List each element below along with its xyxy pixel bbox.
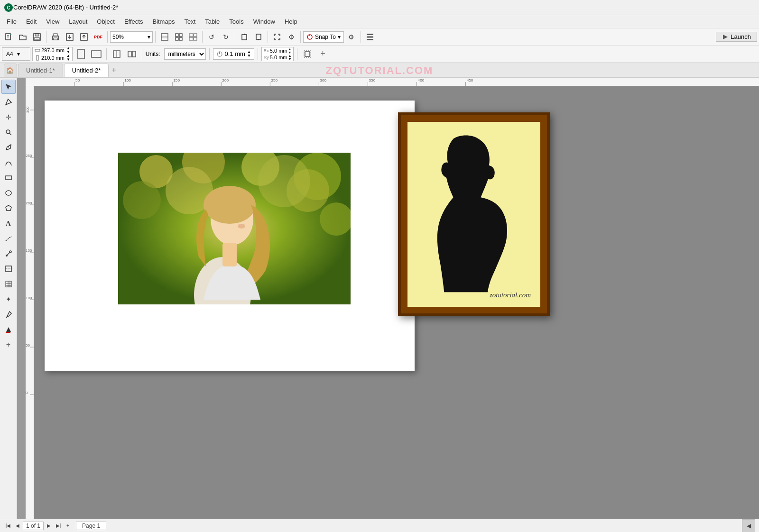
photo-image[interactable] <box>118 153 351 304</box>
crop-tool[interactable] <box>1 262 16 276</box>
view-mode-btn2[interactable] <box>172 30 185 44</box>
menu-tools[interactable]: Tools <box>224 17 248 26</box>
redo-btn[interactable]: ↻ <box>219 30 232 44</box>
print-button[interactable] <box>49 30 62 44</box>
svg-rect-32 <box>367 34 373 35</box>
svg-rect-113 <box>222 243 237 266</box>
polygon-tool[interactable] <box>1 201 16 215</box>
export-button[interactable] <box>77 30 91 44</box>
add-page-btn[interactable]: + <box>316 47 329 61</box>
menu-file[interactable]: File <box>2 17 21 26</box>
zoom-selector[interactable]: 50% ▾ <box>110 31 153 43</box>
view-mode-btn3[interactable] <box>186 30 200 44</box>
smart-fill-tool[interactable]: ✦ <box>1 292 16 306</box>
undo-btn[interactable]: ↺ <box>205 30 218 44</box>
menu-text[interactable]: Text <box>179 17 200 26</box>
transform-tool[interactable]: ✛ <box>1 110 16 124</box>
align-bottom-btn[interactable] <box>252 30 265 44</box>
launch-button[interactable]: Launch <box>716 32 757 42</box>
connector-tool[interactable] <box>1 247 16 261</box>
menu-view[interactable]: View <box>41 17 64 26</box>
page-indicator: 1 of 1 <box>23 522 44 530</box>
page-layout-btn1[interactable] <box>110 47 123 61</box>
menu-window[interactable]: Window <box>249 17 280 26</box>
rect-tool[interactable] <box>1 171 16 185</box>
canvas-area[interactable]: 300 250 200 150 100 50 0 <box>26 86 759 519</box>
canvas-wrapper: 50 100 150 200 250 300 350 400 450 <box>17 78 759 519</box>
svg-point-114 <box>238 224 245 229</box>
line-tool[interactable] <box>1 231 16 246</box>
new-button[interactable] <box>2 30 15 44</box>
tab-untitled1[interactable]: Untitled-1* <box>18 64 63 77</box>
tab-add[interactable]: + <box>110 64 121 77</box>
units-selector[interactable]: millimeters <box>164 48 206 60</box>
nudge-spinners[interactable]: ▲ ▼ <box>247 50 251 58</box>
page-tab[interactable]: Page 1 <box>76 522 106 530</box>
page-layout-btn2[interactable] <box>125 47 139 61</box>
svg-rect-29 <box>256 34 261 39</box>
curve-tool[interactable] <box>1 156 16 170</box>
svg-point-105 <box>123 181 161 219</box>
align-top-btn[interactable] <box>238 30 251 44</box>
menu-layout[interactable]: Layout <box>64 17 92 26</box>
import-button[interactable] <box>63 30 76 44</box>
page-size-selector[interactable]: A4 ▾ <box>2 47 30 61</box>
height-spinners[interactable]: ▲ ▼ <box>66 54 70 62</box>
nav-prev-btn[interactable]: ◀ <box>13 522 22 530</box>
shape-tool[interactable] <box>1 95 16 109</box>
view-mode-btn1[interactable] <box>158 30 171 44</box>
fullscreen-btn[interactable] <box>270 30 284 44</box>
origin-y-spinners[interactable]: ▲ ▼ <box>288 54 291 61</box>
menu-edit[interactable]: Edit <box>21 17 41 26</box>
save-button[interactable] <box>30 30 44 44</box>
zoom-tool[interactable] <box>1 125 16 139</box>
page-tab-label: Page 1 <box>82 523 100 529</box>
mesh-fill-tool[interactable] <box>1 277 16 291</box>
menu-help[interactable]: Help <box>280 17 302 26</box>
svg-marker-53 <box>6 205 11 211</box>
toolbar-options-btn[interactable] <box>363 30 377 44</box>
zoom-dropdown-icon[interactable]: ▾ <box>148 34 150 40</box>
svg-rect-37 <box>37 55 38 60</box>
svg-text:200: 200 <box>222 78 229 83</box>
open-button[interactable] <box>16 30 29 44</box>
width-spinners[interactable]: ▲ ▼ <box>66 46 70 54</box>
svg-text:150: 150 <box>173 78 180 83</box>
landscape-btn[interactable] <box>90 47 103 61</box>
eyedropper-tool[interactable] <box>1 307 16 321</box>
svg-point-109 <box>258 155 310 207</box>
origin-x-spinners[interactable]: ▲ ▼ <box>288 47 291 54</box>
menu-table[interactable]: Table <box>200 17 224 26</box>
scroll-right-btn[interactable]: ◀ <box>742 519 755 532</box>
nav-last-btn[interactable]: ▶| <box>54 522 63 530</box>
more-tools-btn[interactable]: + <box>1 338 16 352</box>
svg-text:100: 100 <box>26 296 32 300</box>
options-btn[interactable]: ⚙ <box>285 30 298 44</box>
framed-artwork[interactable]: zotutorial.com <box>398 112 550 316</box>
nav-next-btn[interactable]: ▶ <box>45 522 53 530</box>
page-width: 297.0 mm <box>41 47 65 53</box>
left-toolbox: ✛ A ✦ <box>0 78 17 519</box>
svg-line-49 <box>9 133 11 135</box>
menu-effects[interactable]: Effects <box>120 17 148 26</box>
menu-bitmaps[interactable]: Bitmaps <box>148 17 179 26</box>
width-row: 297.0 mm ▲ ▼ <box>35 46 70 54</box>
nav-first-btn[interactable]: |◀ <box>4 522 12 530</box>
pen-tool[interactable] <box>1 140 16 155</box>
pdf-button[interactable]: PDF <box>92 30 105 44</box>
transform-btn[interactable] <box>301 47 314 61</box>
svg-text:250: 250 <box>271 78 278 83</box>
snap-to-selector[interactable]: Snap To ▾ <box>303 31 344 43</box>
select-tool[interactable] <box>1 80 16 94</box>
tab-home[interactable]: 🏠 <box>4 64 17 77</box>
title-text: CorelDRAW 2020 (64-Bit) - Untitled-2* <box>13 4 118 11</box>
nav-add-page-btn[interactable]: + <box>64 522 72 530</box>
portrait-btn[interactable] <box>74 47 88 61</box>
sep10 <box>142 48 142 60</box>
fill-tool[interactable] <box>1 322 16 337</box>
ellipse-tool[interactable] <box>1 186 16 200</box>
text-tool[interactable]: A <box>1 216 16 230</box>
settings-btn[interactable]: ⚙ <box>345 30 358 44</box>
menu-object[interactable]: Object <box>92 17 120 26</box>
tab-untitled2[interactable]: Untitled-2* <box>64 64 109 77</box>
